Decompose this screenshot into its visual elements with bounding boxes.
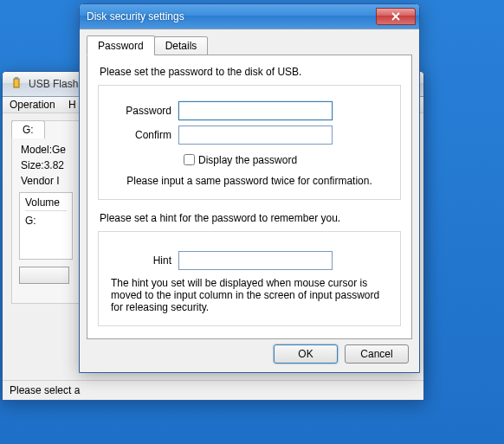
tab-password[interactable]: Password bbox=[87, 35, 155, 55]
tab-strip: Password Details bbox=[87, 36, 412, 55]
dialog-title: Disk security settings bbox=[87, 10, 374, 23]
volume-header: Volume bbox=[25, 196, 67, 211]
menu-operation[interactable]: Operation bbox=[10, 99, 55, 111]
password-input[interactable] bbox=[178, 101, 333, 120]
section-password: Password Confirm Display the password Pl… bbox=[98, 85, 401, 200]
password-label: Password bbox=[107, 105, 171, 117]
section-hint: Hint The hint you set will be displayed … bbox=[98, 231, 401, 326]
unknown-bar-button[interactable] bbox=[19, 267, 69, 284]
section-hint-intro: Please set a hint for the password to re… bbox=[100, 212, 399, 224]
display-password-checkbox[interactable] bbox=[184, 154, 195, 165]
dialog-close-button[interactable] bbox=[376, 8, 416, 25]
vendor-row: Vendor I bbox=[21, 175, 71, 187]
ok-button[interactable]: OK bbox=[274, 344, 338, 364]
volume-value: G: bbox=[25, 215, 67, 227]
hint-input[interactable] bbox=[178, 251, 333, 270]
dialog-footer: OK Cancel bbox=[87, 339, 412, 365]
section-password-intro: Please set the password to the disk of U… bbox=[100, 66, 399, 78]
confirm-input[interactable] bbox=[178, 125, 333, 145]
svg-rect-0 bbox=[14, 79, 19, 87]
tab-details[interactable]: Details bbox=[154, 36, 209, 55]
dialog-titlebar: Disk security settings bbox=[80, 4, 419, 29]
drive-tab[interactable]: G: bbox=[11, 120, 45, 138]
volume-box: Volume G: bbox=[19, 192, 73, 260]
menu-help[interactable]: H bbox=[68, 99, 76, 111]
status-bar: Please select a bbox=[3, 380, 423, 400]
disk-security-dialog: Disk security settings Password Details … bbox=[79, 3, 420, 373]
size-row: Size:3.82 bbox=[21, 159, 71, 171]
usb-icon bbox=[10, 77, 23, 91]
cancel-button[interactable]: Cancel bbox=[345, 344, 409, 364]
confirm-label: Confirm bbox=[107, 129, 171, 141]
drive-group: G: Model:Ge Size:3.82 Vendor I Volume G: bbox=[11, 120, 81, 304]
hint-helper: The hint you set will be displayed when … bbox=[111, 277, 388, 313]
display-password-label: Display the password bbox=[198, 154, 297, 166]
svg-rect-1 bbox=[15, 77, 18, 80]
hint-label: Hint bbox=[107, 254, 171, 267]
model-row: Model:Ge bbox=[21, 144, 71, 156]
password-helper: Please input a same password twice for c… bbox=[111, 175, 388, 187]
tab-panel: Please set the password to the disk of U… bbox=[87, 55, 412, 339]
